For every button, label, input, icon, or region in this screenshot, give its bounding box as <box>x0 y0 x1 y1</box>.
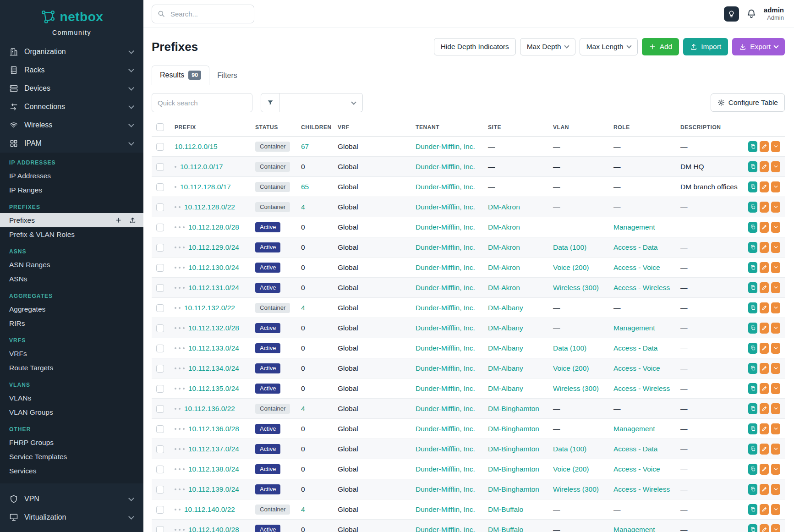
site-link[interactable]: DM-Albany <box>488 304 523 312</box>
children-count[interactable]: 67 <box>301 143 309 150</box>
row-dropdown-button[interactable] <box>771 403 780 414</box>
row-dropdown-button[interactable] <box>771 343 780 354</box>
site-link[interactable]: DM-Akron <box>488 263 520 271</box>
role-link[interactable]: Access - Voice <box>613 263 660 271</box>
tenant-link[interactable]: Dunder-Mifflin, Inc. <box>416 223 475 231</box>
prefix-link[interactable]: 10.112.131.0/24 <box>188 284 239 292</box>
quick-import-button[interactable] <box>128 216 137 225</box>
copy-button[interactable] <box>748 343 757 354</box>
copy-button[interactable] <box>748 242 757 253</box>
quick-add-button[interactable] <box>114 216 123 225</box>
tenant-link[interactable]: Dunder-Mifflin, Inc. <box>416 304 475 312</box>
max-length-dropdown[interactable]: Max Length <box>580 38 638 55</box>
edit-button[interactable] <box>760 323 769 334</box>
sidebar-item-circuits[interactable]: Circuits <box>0 527 143 532</box>
row-dropdown-button[interactable] <box>771 302 780 313</box>
sidebar-item-devices[interactable]: Devices <box>0 79 143 98</box>
prefix-link[interactable]: 10.112.132.0/28 <box>188 324 239 332</box>
sidebar-item-vrfs[interactable]: VRFs <box>0 346 143 361</box>
copy-button[interactable] <box>748 524 757 532</box>
site-link[interactable]: DM-Akron <box>488 243 520 251</box>
sidebar-item-ip-addresses[interactable]: IP Addresses <box>0 169 143 183</box>
row-dropdown-button[interactable] <box>771 464 780 475</box>
row-checkbox[interactable] <box>156 143 164 151</box>
site-link[interactable]: DM-Binghamton <box>488 425 539 433</box>
row-checkbox[interactable] <box>156 445 164 453</box>
role-link[interactable]: Management <box>613 425 655 433</box>
brand-logo[interactable]: netbox Community <box>0 0 143 43</box>
edit-button[interactable] <box>760 363 769 374</box>
row-checkbox[interactable] <box>156 203 164 211</box>
prefix-link[interactable]: 10.112.134.0/24 <box>188 364 239 373</box>
copy-button[interactable] <box>748 323 757 334</box>
prefix-link[interactable]: 10.112.128.0/17 <box>180 183 231 191</box>
tenant-link[interactable]: Dunder-Mifflin, Inc. <box>416 505 475 513</box>
sidebar-item-prefixes[interactable]: Prefixes <box>0 213 143 227</box>
vlan-link[interactable]: Data (100) <box>553 344 586 352</box>
sidebar-item-asns[interactable]: ASNs <box>0 272 143 286</box>
configure-table-button[interactable]: Configure Table <box>711 93 785 112</box>
site-link[interactable]: DM-Akron <box>488 203 520 211</box>
site-link[interactable]: DM-Albany <box>488 344 523 352</box>
copy-button[interactable] <box>748 202 757 213</box>
tab-filters[interactable]: Filters <box>209 67 245 85</box>
site-link[interactable]: DM-Binghamton <box>488 445 539 453</box>
row-dropdown-button[interactable] <box>771 242 780 253</box>
site-link[interactable]: DM-Binghamton <box>488 465 539 473</box>
prefix-link[interactable]: 10.112.136.0/28 <box>188 425 239 433</box>
sidebar-item-organization[interactable]: Organization <box>0 43 143 61</box>
row-checkbox[interactable] <box>156 324 164 332</box>
tenant-link[interactable]: Dunder-Mifflin, Inc. <box>416 243 475 251</box>
hide-depth-indicators-button[interactable]: Hide Depth Indicators <box>434 38 516 55</box>
column-header-status[interactable]: Status <box>251 120 296 137</box>
tenant-link[interactable]: Dunder-Mifflin, Inc. <box>416 405 475 412</box>
row-checkbox[interactable] <box>156 224 164 231</box>
row-dropdown-button[interactable] <box>771 181 780 192</box>
prefix-link[interactable]: 10.112.128.0/28 <box>188 223 239 231</box>
sidebar-item-vpn[interactable]: VPN <box>0 490 143 508</box>
edit-button[interactable] <box>760 262 769 273</box>
site-link[interactable]: DM-Albany <box>488 364 523 372</box>
row-dropdown-button[interactable] <box>771 524 780 532</box>
edit-button[interactable] <box>760 302 769 313</box>
sidebar-item-rirs[interactable]: RIRs <box>0 316 143 330</box>
tenant-link[interactable]: Dunder-Mifflin, Inc. <box>416 465 475 473</box>
prefix-link[interactable]: 10.112.0.0/15 <box>175 143 218 151</box>
row-checkbox[interactable] <box>156 385 164 393</box>
row-checkbox[interactable] <box>156 425 164 433</box>
column-header-children[interactable]: Children <box>296 120 333 137</box>
tenant-link[interactable]: Dunder-Mifflin, Inc. <box>416 445 475 453</box>
row-checkbox[interactable] <box>156 304 164 312</box>
copy-button[interactable] <box>748 423 757 434</box>
tenant-link[interactable]: Dunder-Mifflin, Inc. <box>416 425 475 433</box>
role-link[interactable]: Access - Voice <box>613 465 660 473</box>
copy-button[interactable] <box>748 181 757 192</box>
row-checkbox[interactable] <box>156 466 164 473</box>
edit-button[interactable] <box>760 484 769 495</box>
sidebar-item-racks[interactable]: Racks <box>0 61 143 79</box>
sidebar-item-fhrp-groups[interactable]: FHRP Groups <box>0 435 143 450</box>
sidebar-item-ipam[interactable]: IPAM <box>0 134 143 153</box>
row-dropdown-button[interactable] <box>771 323 780 334</box>
vlan-link[interactable]: Data (100) <box>553 445 586 453</box>
quick-search-input[interactable] <box>152 93 252 112</box>
column-header-prefix[interactable]: Prefix <box>170 120 251 137</box>
tenant-link[interactable]: Dunder-Mifflin, Inc. <box>416 364 475 372</box>
edit-button[interactable] <box>760 202 769 213</box>
row-dropdown-button[interactable] <box>771 484 780 495</box>
prefix-link[interactable]: 10.112.0.0/17 <box>180 163 223 171</box>
sidebar-item-service-templates[interactable]: Service Templates <box>0 450 143 464</box>
vlan-link[interactable]: Wireless (300) <box>553 384 599 392</box>
column-header-tenant[interactable]: Tenant <box>411 120 483 137</box>
select-all-checkbox[interactable] <box>156 123 164 131</box>
row-checkbox[interactable] <box>156 526 164 532</box>
prefix-link[interactable]: 10.112.138.0/24 <box>188 465 239 473</box>
copy-button[interactable] <box>748 262 757 273</box>
sidebar-item-asn-ranges[interactable]: ASN Ranges <box>0 258 143 272</box>
add-button[interactable]: Add <box>642 38 679 55</box>
edit-button[interactable] <box>760 242 769 253</box>
sidebar-item-virtualization[interactable]: Virtualization <box>0 508 143 527</box>
prefix-link[interactable]: 10.112.136.0/22 <box>184 405 235 413</box>
row-checkbox[interactable] <box>156 486 164 494</box>
role-link[interactable]: Access - Data <box>613 344 657 352</box>
